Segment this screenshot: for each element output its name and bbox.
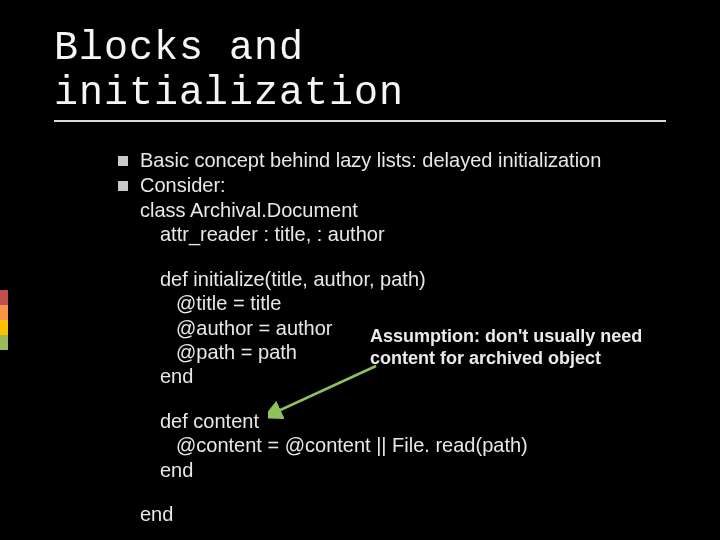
code-line: def initialize(title, author, path) (140, 267, 662, 291)
accent-stripe (0, 290, 8, 305)
bullet-text: Consider: (140, 173, 226, 198)
code-line: attr_reader : title, : author (140, 222, 662, 246)
slide-title: Blocks and initialization (54, 26, 666, 116)
code-line: end (140, 458, 662, 482)
bullet-text: Basic concept behind lazy lists: delayed… (140, 148, 601, 173)
square-bullet-icon (118, 156, 128, 166)
code-line: @title = title (140, 291, 662, 315)
title-underline (54, 120, 666, 122)
sidebar-accent (0, 290, 8, 350)
accent-stripe (0, 305, 8, 320)
blank-line (140, 247, 662, 267)
code-line: end (140, 502, 662, 526)
accent-stripe (0, 320, 8, 335)
bullet-item: Consider: (118, 173, 662, 198)
code-line: class Archival.Document (140, 198, 662, 222)
accent-stripe (0, 335, 8, 350)
blank-line (140, 389, 662, 409)
square-bullet-icon (118, 181, 128, 191)
code-line: def content (140, 409, 662, 433)
blank-line (140, 482, 662, 502)
assumption-line: Assumption: don't usually need (370, 326, 660, 348)
code-line: @content = @content || File. read(path) (140, 433, 662, 457)
slide: Blocks and initialization Basic concept … (0, 0, 720, 540)
assumption-callout: Assumption: don't usually need content f… (370, 326, 660, 369)
bullet-item: Basic concept behind lazy lists: delayed… (118, 148, 662, 173)
assumption-line: content for archived object (370, 348, 660, 370)
